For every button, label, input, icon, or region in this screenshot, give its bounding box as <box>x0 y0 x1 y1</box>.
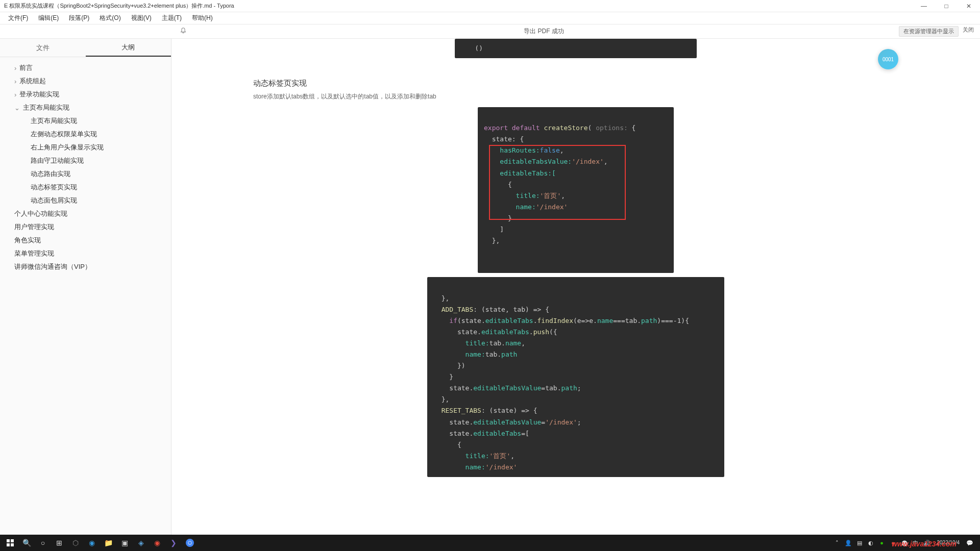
tray-chevron-icon[interactable]: ˄ <box>833 539 841 547</box>
outline-label: 系统组起 <box>19 77 46 86</box>
code-str: '/index' <box>485 463 518 471</box>
code-prop: title: <box>433 339 489 347</box>
outline-label: 用户管理实现 <box>14 222 54 232</box>
menu-paragraph[interactable]: 段落(P) <box>65 13 93 23</box>
code-prop: name: <box>484 203 536 211</box>
task-view-icon[interactable]: ⊞ <box>51 535 67 551</box>
code-prop: editableTabsValue <box>473 418 541 426</box>
menu-format[interactable]: 格式(O) <box>95 13 125 23</box>
menu-theme[interactable]: 主题(T) <box>158 13 186 23</box>
tab-files[interactable]: 文件 <box>0 39 86 57</box>
app-icon[interactable]: ▣ <box>116 535 133 551</box>
code-text: ({ <box>549 328 557 336</box>
outline-item[interactable]: 右上角用户头像显示实现 <box>2 141 169 154</box>
start-button[interactable] <box>2 535 18 551</box>
sidebar: 文件 大纲 前言 系统组起 登录功能实现 主页布局能实现 主页布局能实现 左侧动… <box>0 39 172 537</box>
code-prop: path <box>561 384 577 392</box>
tray-icon[interactable]: ◐ <box>867 539 875 547</box>
outline-item[interactable]: 左侧动态权限菜单实现 <box>2 128 169 141</box>
code-text: state. <box>433 328 481 336</box>
code-str: '首页' <box>489 452 511 460</box>
assistant-label: 0001 <box>883 57 894 62</box>
svg-point-6 <box>188 541 191 544</box>
outline-item[interactable]: 个人中心功能实现 <box>2 207 169 220</box>
watermark: www.java1234.com <box>892 540 957 548</box>
outline-item[interactable]: 主页布局能实现 <box>2 114 169 128</box>
code-prop: name: <box>433 350 485 358</box>
maximize-button[interactable]: □ <box>939 1 953 11</box>
heading[interactable]: 动态标签页实现 <box>192 79 960 88</box>
show-in-explorer-button[interactable]: 在资源管理器中显示 <box>899 26 959 37</box>
chrome-icon[interactable] <box>182 535 198 551</box>
code-text: ] <box>484 226 504 233</box>
code-prop: title: <box>484 192 540 199</box>
svg-rect-3 <box>11 543 14 546</box>
outline-label: 右上角用户头像显示实现 <box>31 143 104 152</box>
notifications-icon[interactable]: 💬 <box>966 539 974 547</box>
outline-item[interactable]: 路由守卫动能实现 <box>2 154 169 167</box>
outline-tree[interactable]: 前言 系统组起 登录功能实现 主页布局能实现 主页布局能实现 左侧动态权限菜单实… <box>0 57 171 537</box>
tray-wechat-icon[interactable]: ● <box>878 539 886 547</box>
tab-outline[interactable]: 大纲 <box>86 39 172 57</box>
bell-icon[interactable] <box>180 27 189 36</box>
outline-item[interactable]: 主页布局能实现 <box>2 101 169 114</box>
code-text: . <box>533 317 537 324</box>
menu-view[interactable]: 视图(V) <box>127 13 156 23</box>
minimize-button[interactable]: — <box>917 1 931 11</box>
cortana-icon[interactable]: ○ <box>35 535 51 551</box>
outline-item[interactable]: 前言 <box>2 61 169 74</box>
code-kw: if <box>433 317 457 324</box>
editor-content[interactable]: () 动态标签页实现 store添加默认tabs数组，以及默认选中的tab值，以… <box>172 39 980 537</box>
code-text: state: { <box>484 135 524 143</box>
code-text: } <box>433 373 453 381</box>
code-prop: path <box>641 317 657 324</box>
code-fn: push <box>533 328 549 336</box>
explorer-icon[interactable]: 📁 <box>100 535 116 551</box>
outline-item[interactable]: 登录功能实现 <box>2 88 169 101</box>
code-block[interactable]: }, ADD_TABS: (state, tab) => { if(state.… <box>427 277 724 477</box>
outline-item[interactable]: 用户管理实现 <box>2 220 169 234</box>
paragraph[interactable]: store添加默认tabs数组，以及默认选中的tab值，以及添加和删除tab <box>192 92 960 101</box>
app-icon[interactable]: ◈ <box>133 535 149 551</box>
app-icon[interactable]: ◉ <box>149 535 165 551</box>
code-text: , <box>561 192 565 199</box>
menu-help[interactable]: 帮助(H) <box>188 13 217 23</box>
outline-label: 主页布局能实现 <box>31 116 77 126</box>
code-block[interactable]: () <box>455 39 697 58</box>
outline-label: 讲师微信沟通咨询（VIP） <box>14 262 91 271</box>
outline-item[interactable]: 菜单管理实现 <box>2 247 169 260</box>
outline-item[interactable]: 系统组起 <box>2 74 169 88</box>
outline-label: 主页布局能实现 <box>23 103 69 112</box>
browser-icon[interactable]: ◉ <box>84 535 100 551</box>
menu-edit[interactable]: 编辑(E) <box>34 13 63 23</box>
tray-icon[interactable]: ▤ <box>855 539 864 547</box>
svg-rect-2 <box>7 543 10 546</box>
tray-people-icon[interactable]: 👤 <box>844 539 852 547</box>
code-text: } <box>484 214 512 222</box>
code-prop: name <box>597 317 613 324</box>
outline-item[interactable]: 动态路由实现 <box>2 167 169 181</box>
code-prop: hasRoutes: <box>484 146 540 154</box>
assistant-bubble[interactable]: 0001 <box>878 49 898 69</box>
outline-item[interactable]: 动态面包屑实现 <box>2 194 169 207</box>
code-block[interactable]: export default createStore( options: { s… <box>478 107 674 273</box>
code-str: '/index' <box>536 203 568 211</box>
outline-label: 登录功能实现 <box>19 90 59 99</box>
outline-item[interactable]: 角色实现 <box>2 234 169 247</box>
app-icon[interactable]: ❯ <box>165 535 182 551</box>
code-text: }) <box>433 362 465 369</box>
code-prop: editableTabs <box>485 317 533 324</box>
outline-item[interactable]: 动态标签页实现 <box>2 181 169 194</box>
code-text: () <box>475 44 483 52</box>
app-icon[interactable]: ⬡ <box>67 535 84 551</box>
search-icon[interactable]: 🔍 <box>18 535 35 551</box>
close-button[interactable]: ✕ <box>962 1 976 11</box>
notification-bar: 导出 PDF 成功 在资源管理器中显示 关闭 <box>0 24 980 39</box>
code-val: false <box>540 146 560 154</box>
code-text: }, <box>433 395 449 403</box>
menu-file[interactable]: 文件(F) <box>4 13 32 23</box>
close-notification-button[interactable]: 关闭 <box>963 26 974 37</box>
window-controls: — □ ✕ <box>917 1 976 11</box>
code-comment: options: <box>596 124 628 132</box>
outline-item[interactable]: 讲师微信沟通咨询（VIP） <box>2 260 169 273</box>
